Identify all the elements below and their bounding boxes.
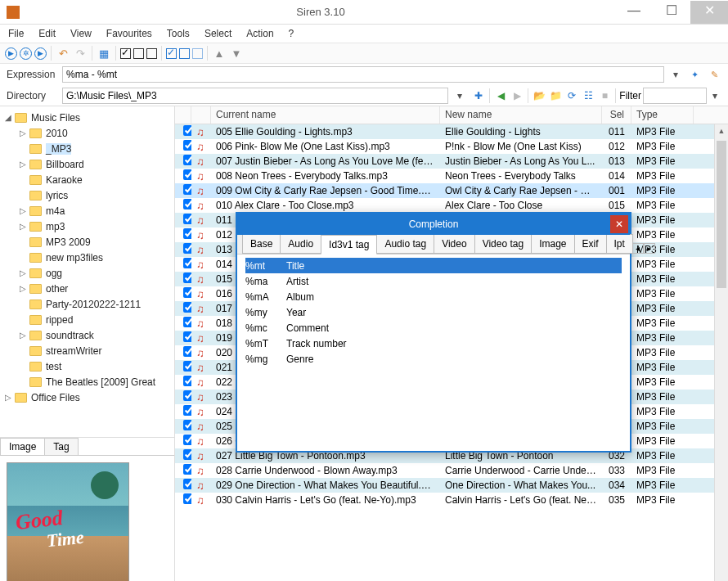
row-checkbox[interactable] — [183, 272, 191, 283]
menu-edit[interactable]: Edit — [38, 28, 56, 39]
popup-body[interactable]: %mtTitle%maArtist%mAAlbum%myYear%mcComme… — [237, 254, 630, 451]
completion-item[interactable]: %maArtist — [245, 273, 622, 289]
row-checkbox[interactable] — [183, 228, 191, 239]
table-row[interactable]: ♫010 Alex Clare - Too Close.mp3Alex Clar… — [175, 198, 728, 213]
col-new[interactable]: New name — [440, 106, 602, 124]
maximize-button[interactable]: ☐ — [653, 1, 690, 24]
table-row[interactable]: ♫007 Justin Bieber - As Long As You Love… — [175, 154, 728, 169]
tree-item[interactable]: The Beatles [2009] Great — [0, 374, 174, 390]
checkbox-6[interactable] — [192, 48, 203, 59]
minimize-button[interactable]: — — [615, 1, 653, 24]
row-checkbox[interactable] — [183, 317, 191, 327]
stop-icon[interactable]: ■ — [597, 88, 612, 103]
tree-item[interactable]: ◢Music Files — [0, 110, 174, 125]
popup-close-button[interactable]: ✕ — [610, 215, 628, 233]
completion-item[interactable]: %mtTitle — [245, 258, 622, 273]
checkbox-1[interactable] — [120, 48, 131, 59]
tab-tag[interactable]: Tag — [44, 438, 78, 455]
menu-tools[interactable]: Tools — [167, 28, 190, 39]
add-dir-icon[interactable]: ✚ — [471, 88, 486, 103]
popup-tab[interactable]: Audio tag — [376, 234, 434, 254]
row-checkbox[interactable] — [183, 346, 191, 357]
row-checkbox[interactable] — [183, 214, 191, 224]
row-checkbox[interactable] — [183, 361, 191, 372]
tab-image[interactable]: Image — [0, 438, 45, 455]
popup-tab[interactable]: Audio — [280, 234, 321, 254]
tree-item[interactable]: lyrics — [0, 187, 174, 203]
tree-item[interactable]: ▷mp3 — [0, 218, 174, 234]
tree-item[interactable]: ▷other — [0, 281, 174, 296]
folder-tree[interactable]: ◢Music Files▷2010 _MP3▷Billboard Karaoke… — [0, 106, 174, 437]
table-row[interactable]: ♫029 One Direction - What Makes You Beau… — [175, 478, 728, 493]
popup-tab[interactable]: Ipt — [606, 234, 633, 254]
close-button[interactable]: ✕ — [690, 1, 728, 24]
directory-dropdown[interactable]: ▾ — [453, 90, 466, 101]
table-row[interactable]: ♫006 Pink- Blow Me (One Last Kiss).mp3P!… — [175, 139, 728, 154]
vertical-scrollbar[interactable]: ▲▼ — [714, 124, 728, 581]
row-checkbox[interactable] — [183, 169, 191, 180]
checkbox-2[interactable] — [133, 48, 144, 59]
tree-item[interactable]: ▷soundtrack — [0, 327, 174, 343]
completion-item[interactable]: %mcComment — [245, 320, 622, 336]
tree-item[interactable]: streamWriter — [0, 343, 174, 358]
menu-select[interactable]: Select — [204, 28, 231, 39]
tree-item[interactable]: ▷m4a — [0, 203, 174, 218]
folder-up-icon[interactable]: 📁 — [548, 88, 563, 103]
filter-dropdown[interactable]: ▾ — [708, 90, 721, 101]
tree-item[interactable]: _MP3 — [0, 141, 174, 156]
row-checkbox[interactable] — [183, 405, 191, 416]
directory-input[interactable] — [62, 88, 448, 104]
col-current[interactable]: Current name — [211, 106, 440, 124]
completion-item[interactable]: %mTTrack number — [245, 336, 622, 351]
tree-item[interactable]: ▷2010 — [0, 125, 174, 141]
popup-tab[interactable]: Video — [434, 234, 474, 254]
refresh-icon[interactable]: ⟳ — [564, 88, 579, 103]
tree-item[interactable]: new mp3files — [0, 250, 174, 265]
row-checkbox[interactable] — [183, 331, 191, 342]
row-checkbox[interactable] — [183, 243, 191, 254]
table-row[interactable]: ♫028 Carrie Underwood - Blown Away.mp3Ca… — [175, 463, 728, 478]
row-checkbox[interactable] — [183, 155, 191, 165]
row-checkbox[interactable] — [183, 390, 191, 401]
completion-item[interactable]: %mgGenre — [245, 351, 622, 367]
play-all-icon[interactable]: ▶ — [34, 47, 47, 60]
tab-scroll-right[interactable]: ▸ — [644, 243, 655, 254]
row-checkbox[interactable] — [183, 184, 191, 195]
row-checkbox[interactable] — [183, 258, 191, 268]
row-checkbox[interactable] — [183, 287, 191, 298]
table-row[interactable]: ♫008 Neon Trees - Everybody Talks.mp3Neo… — [175, 169, 728, 183]
redo-icon[interactable]: ↷ — [73, 46, 88, 61]
gear-icon[interactable]: ✲ — [20, 47, 32, 60]
checkbox-4[interactable] — [166, 48, 177, 59]
checkbox-3[interactable] — [146, 48, 157, 59]
undo-icon[interactable]: ↶ — [56, 46, 70, 61]
row-checkbox[interactable] — [183, 493, 191, 504]
row-checkbox[interactable] — [183, 376, 191, 386]
row-checkbox[interactable] — [183, 302, 191, 313]
tree-item[interactable]: Karaoke — [0, 172, 174, 187]
tree-item[interactable]: ▷Billboard — [0, 156, 174, 172]
row-checkbox[interactable] — [183, 420, 191, 430]
tree-item[interactable]: MP3 2009 — [0, 234, 174, 250]
checkbox-5[interactable] — [179, 48, 190, 59]
fwd-icon[interactable]: ▶ — [510, 88, 524, 103]
row-checkbox[interactable] — [183, 140, 191, 151]
menu-file[interactable]: File — [8, 28, 24, 39]
tree-item[interactable]: ▷ogg — [0, 265, 174, 281]
row-checkbox[interactable] — [183, 449, 191, 460]
window-icon[interactable]: ▦ — [97, 46, 111, 61]
filter-a-icon[interactable]: ▲ — [212, 46, 227, 61]
tree-icon[interactable]: ☷ — [581, 88, 595, 103]
play-icon[interactable]: ▶ — [5, 47, 17, 60]
tab-scroll-left[interactable]: ◂ — [632, 243, 644, 254]
expression-dropdown[interactable]: ▾ — [669, 69, 682, 80]
table-row[interactable]: ♫009 Owl City & Carly Rae Jepsen - Good … — [175, 183, 728, 198]
row-checkbox[interactable] — [183, 464, 191, 475]
menu-action[interactable]: Action — [246, 28, 273, 39]
completion-item[interactable]: %myYear — [245, 304, 622, 320]
expression-input[interactable] — [62, 66, 664, 83]
tree-item[interactable]: ▷Office Files — [0, 390, 174, 405]
menu-view[interactable]: View — [70, 28, 92, 39]
row-checkbox[interactable] — [183, 125, 191, 136]
col-type[interactable]: Type — [631, 106, 694, 124]
